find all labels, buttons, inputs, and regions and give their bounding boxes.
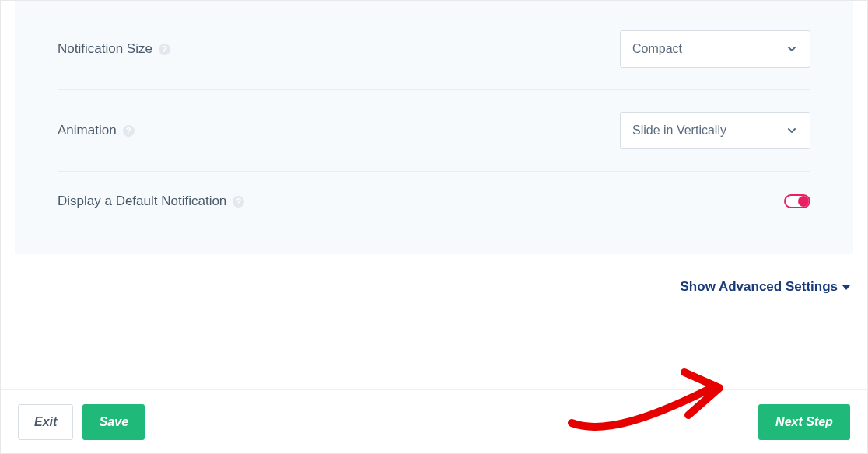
advanced-link-label: Show Advanced Settings xyxy=(681,279,838,295)
notification-size-select[interactable]: Compact xyxy=(620,30,810,68)
row-notification-size: Notification Size ? Compact xyxy=(58,9,810,90)
help-icon[interactable]: ? xyxy=(123,125,135,137)
toggle-knob xyxy=(798,196,809,207)
notification-size-value: Compact xyxy=(632,42,682,56)
footer-left: Exit Save xyxy=(18,404,145,440)
default-notification-label: Display a Default Notification xyxy=(58,194,226,209)
label-wrap: Notification Size ? xyxy=(58,41,170,57)
next-step-button[interactable]: Next Step xyxy=(758,404,850,440)
default-notification-toggle[interactable] xyxy=(784,194,810,208)
footer-bar: Exit Save Next Step xyxy=(1,389,867,453)
chevron-down-icon xyxy=(786,43,798,55)
exit-button[interactable]: Exit xyxy=(18,404,73,440)
settings-panel: Notification Size ? Compact Animation ? … xyxy=(15,1,853,254)
save-button[interactable]: Save xyxy=(82,404,145,440)
animation-value: Slide in Vertically xyxy=(632,124,726,138)
row-default-notification: Display a Default Notification ? xyxy=(58,172,810,231)
help-icon[interactable]: ? xyxy=(159,44,170,55)
label-wrap: Display a Default Notification ? xyxy=(58,194,244,209)
show-advanced-settings-link[interactable]: Show Advanced Settings xyxy=(681,279,850,295)
animation-select[interactable]: Slide in Vertically xyxy=(620,112,810,149)
help-icon[interactable]: ? xyxy=(233,196,244,208)
chevron-down-icon xyxy=(786,124,798,137)
animation-label: Animation xyxy=(58,123,117,138)
row-animation: Animation ? Slide in Vertically xyxy=(58,90,810,172)
advanced-row: Show Advanced Settings xyxy=(1,254,867,295)
caret-down-icon xyxy=(842,285,850,290)
notification-size-label: Notification Size xyxy=(58,41,152,57)
label-wrap: Animation ? xyxy=(58,123,135,138)
